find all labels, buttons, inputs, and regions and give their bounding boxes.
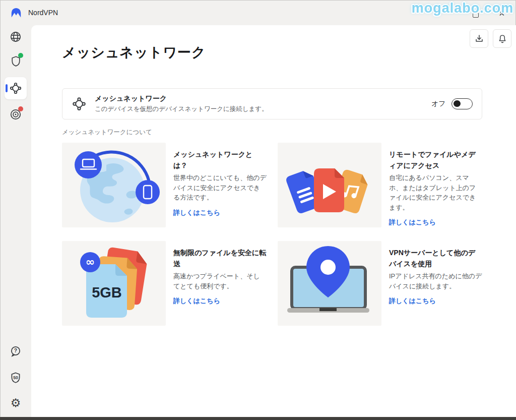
about-card-file-transfer: 5GB ∞ 無制限のファイルを安全に転送 高速かつプライベート、そしてとても便利… (62, 241, 267, 326)
card-title: メッシュネットワークとは？ (173, 149, 267, 171)
meshnet-icon (72, 96, 87, 111)
nordvpn-logo-icon (10, 7, 22, 19)
sidebar-item-threat-protection[interactable] (5, 50, 27, 72)
selected-indicator (6, 84, 8, 92)
sidebar: ? 50 ⚙ (0, 25, 31, 417)
settings-gear-icon: ⚙ (11, 397, 21, 409)
stacked-files-illustration: 5GB ∞ (62, 241, 166, 326)
nordvpn-window: NordVPN ✕ mogalabo.com (0, 0, 516, 420)
card-body: IPアドレス共有のために他のデバイスに接続します。 (389, 271, 482, 291)
app-title: NordVPN (28, 9, 58, 17)
sidebar-item-vpn[interactable] (5, 26, 27, 48)
meshnet-toggle-switch[interactable] (452, 98, 473, 109)
help-icon: ? (9, 345, 22, 358)
sidebar-item-referral[interactable]: 50 (5, 367, 27, 389)
about-card-what-is-meshnet: メッシュネットワークとは？ 世界中のどこにいても、他のデバイスに安全にアクセスで… (62, 143, 267, 227)
learn-more-link[interactable]: 詳しくはこちら (173, 296, 220, 306)
window-bottom-edge (0, 417, 516, 420)
globe-with-devices-illustration (62, 143, 166, 227)
page-title: メッシュネットワーク (62, 43, 206, 62)
sidebar-item-help[interactable]: ? (5, 340, 27, 363)
download-icon (474, 33, 485, 44)
laptop-location-illustration (278, 241, 381, 326)
main-content: メッシュネットワーク メッシュネットワーク このデバイスを仮想のデバイスネットワ (31, 25, 516, 417)
infinity-icon: ∞ (86, 256, 95, 268)
about-card-vpn-server: VPNサーバーとして他のデバイスを使用 IPアドレス共有のために他のデバイスに接… (278, 241, 482, 326)
card-title: リモートでファイルやメディアにアクセス (389, 149, 482, 171)
card-body: 世界中のどこにいても、他のデバイスに安全にアクセスできる方法です。 (173, 173, 267, 203)
card-title: VPNサーバーとして他のデバイスを使用 (389, 248, 482, 269)
card-title: 無制限のファイルを安全に転送 (173, 248, 267, 269)
dark-web-monitor-status-dot (18, 106, 23, 111)
toggle-state-label: オフ (431, 99, 445, 108)
meshnet-icon (9, 82, 22, 95)
card-body: 自宅にあるパソコン、スマホ、またはタブレット上のファイルに安全にアクセスできます… (389, 173, 482, 212)
svg-text:?: ? (14, 348, 17, 353)
referral-shield-icon: 50 (9, 371, 22, 384)
about-card-remote-access: リモートでファイルやメディアにアクセス 自宅にあるパソコン、スマホ、またはタブレ… (278, 143, 482, 227)
threat-protection-status-dot (18, 53, 23, 58)
notifications-button[interactable] (493, 29, 511, 48)
toggle-knob (454, 100, 461, 107)
meshnet-toggle-card: メッシュネットワーク このデバイスを仮想のデバイスネットワークに接続します。 オ… (62, 88, 482, 119)
learn-more-link[interactable]: 詳しくはこちら (389, 218, 436, 227)
learn-more-link[interactable]: 詳しくはこちら (389, 296, 436, 306)
sidebar-item-dark-web-monitor[interactable] (5, 103, 27, 126)
toggle-card-title: メッシュネットワーク (95, 94, 268, 103)
learn-more-link[interactable]: 詳しくはこちら (173, 208, 220, 217)
watermark: mogalabo.com (411, 1, 513, 16)
about-cards-grid: メッシュネットワークとは？ 世界中のどこにいても、他のデバイスに安全にアクセスで… (62, 143, 482, 339)
card-body: 高速かつプライベート、そしてとても便利です。 (173, 271, 267, 291)
media-file-fan-illustration (278, 143, 381, 227)
toggle-card-subtitle: このデバイスを仮想のデバイスネットワークに接続します。 (95, 105, 268, 113)
download-button[interactable] (470, 29, 488, 48)
globe-icon (9, 30, 22, 43)
file-size-label: 5GB (92, 284, 122, 301)
about-section-label: メッシュネットワークについて (62, 128, 152, 137)
bell-icon (497, 33, 508, 44)
referral-count: 50 (13, 375, 18, 380)
titlebar: NordVPN ✕ mogalabo.com (0, 0, 516, 25)
sidebar-item-meshnet[interactable] (5, 77, 27, 99)
sidebar-item-settings[interactable]: ⚙ (5, 392, 27, 414)
